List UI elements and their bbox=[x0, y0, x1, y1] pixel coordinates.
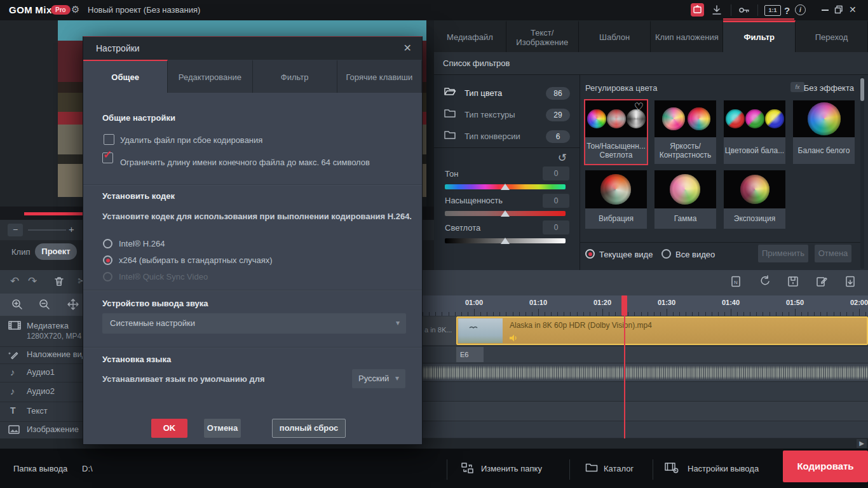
zoom-slider[interactable] bbox=[28, 229, 66, 231]
full-reset-button[interactable]: полный сброс bbox=[272, 419, 346, 438]
x264-radio[interactable] bbox=[103, 255, 112, 265]
download-icon[interactable] bbox=[710, 4, 723, 17]
filter-card-vibrance[interactable]: Вибрация bbox=[585, 170, 647, 229]
export-icon[interactable] bbox=[844, 275, 857, 290]
audio-output-dropdown[interactable]: Системные настройки ▾ bbox=[102, 313, 406, 334]
scope-current-label[interactable]: Текущее виде bbox=[599, 250, 653, 259]
no-effect-label[interactable]: Без эффекта bbox=[804, 83, 854, 93]
clip-mode-label[interactable]: Клип bbox=[11, 247, 30, 257]
redo-icon[interactable]: ↷ bbox=[28, 274, 37, 288]
tab-overlay-clip[interactable]: Клип наложения bbox=[651, 20, 723, 52]
track-header-media[interactable]: Медиатека 1280X720, MP4 bbox=[0, 316, 92, 347]
scale-1-1-icon[interactable]: 1:1 bbox=[764, 5, 781, 16]
minimize-icon[interactable] bbox=[822, 10, 829, 11]
move-icon[interactable] bbox=[67, 298, 79, 313]
output-settings-icon[interactable] bbox=[665, 461, 680, 476]
chevron-down-icon: ▾ bbox=[396, 318, 400, 327]
filter-card-gamma[interactable]: Гамма bbox=[654, 170, 716, 229]
info-icon[interactable]: i bbox=[795, 4, 806, 15]
help-icon[interactable]: ? bbox=[784, 5, 790, 16]
overlay-clip-e6[interactable]: E6 bbox=[456, 347, 484, 362]
gom-app-icon[interactable] bbox=[691, 3, 704, 17]
key-icon[interactable] bbox=[738, 4, 750, 17]
category-conversion-type[interactable]: Тип конверсии 6 bbox=[434, 127, 580, 149]
filter-card-brightness[interactable]: Яркость/Контрастность bbox=[654, 100, 716, 164]
dialog-tab-hotkeys[interactable]: Горячие клавиши bbox=[337, 60, 422, 93]
filter-card-white-balance[interactable]: Баланс белого bbox=[793, 100, 855, 164]
new-project-icon[interactable]: N bbox=[729, 275, 742, 290]
project-mode-pill[interactable]: Проект bbox=[35, 243, 77, 260]
tab-template[interactable]: Шаблон bbox=[579, 20, 651, 52]
reset-sliders-icon[interactable]: ↺ bbox=[558, 151, 567, 165]
zoom-plus-button[interactable]: + bbox=[69, 224, 74, 234]
tab-text-image[interactable]: Текст/ Изображение bbox=[506, 20, 579, 52]
track-header-text[interactable]: T Текст bbox=[0, 402, 92, 422]
settings-gear-icon[interactable]: ⚙ bbox=[71, 4, 79, 15]
dialog-tab-filter[interactable]: Фильтр bbox=[253, 60, 337, 93]
delete-on-fail-label[interactable]: Удалить файл при сбое кодирования bbox=[120, 135, 262, 145]
close-icon[interactable]: ✕ bbox=[849, 4, 857, 15]
edit-project-icon[interactable] bbox=[815, 275, 828, 290]
favorite-heart-icon[interactable]: ♡ bbox=[634, 100, 644, 114]
music-note-icon: ♪ bbox=[10, 386, 15, 396]
x264-label[interactable]: x264 (выбирать в стандартных случаях) bbox=[119, 255, 273, 265]
change-folder-label[interactable]: Изменить папку bbox=[481, 464, 542, 473]
divider bbox=[653, 459, 653, 480]
delete-on-fail-checkbox[interactable] bbox=[104, 134, 114, 145]
scroll-right-arrow[interactable]: ▶ bbox=[857, 439, 867, 448]
lightness-slider-handle[interactable] bbox=[501, 238, 510, 244]
track-header-audio2[interactable]: ♪ Аудио2 bbox=[0, 382, 92, 402]
playhead-line[interactable] bbox=[624, 295, 625, 438]
tab-filter[interactable]: Фильтр bbox=[723, 20, 796, 52]
dialog-tab-general[interactable]: Общее bbox=[83, 60, 168, 93]
catalog-folder-icon[interactable] bbox=[585, 463, 598, 475]
tab-transition[interactable]: Переход bbox=[796, 20, 868, 52]
output-settings-label[interactable]: Настройки вывода bbox=[688, 464, 759, 473]
zoom-out-icon[interactable] bbox=[38, 298, 51, 313]
trash-icon[interactable] bbox=[53, 276, 65, 290]
restore-icon[interactable] bbox=[834, 5, 843, 17]
saturation-slider-handle[interactable] bbox=[501, 210, 510, 217]
scope-all-label[interactable]: Все видео bbox=[675, 250, 715, 259]
catalog-label[interactable]: Каталог bbox=[604, 464, 634, 473]
category-texture-type[interactable]: Тип текстуры 29 bbox=[434, 105, 580, 127]
dialog-close-icon[interactable]: ✕ bbox=[403, 42, 412, 54]
tab-mediafile[interactable]: Медиафайл bbox=[434, 20, 506, 52]
ruler-tick: 01:40 bbox=[722, 299, 740, 306]
filter-thumbnail bbox=[793, 100, 855, 137]
scope-all-radio[interactable] bbox=[661, 249, 671, 259]
scope-current-radio[interactable] bbox=[585, 249, 595, 259]
category-color-type[interactable]: Тип цвета 86 bbox=[434, 84, 580, 105]
limit-filename-checkbox[interactable]: ✓ bbox=[102, 152, 113, 163]
selected-video-clip[interactable]: Alaska in 8K 60p HDR (Dolby Vision).mp4 bbox=[456, 316, 868, 345]
zoom-in-icon[interactable] bbox=[11, 298, 24, 313]
hue-slider-handle[interactable] bbox=[501, 184, 510, 190]
save-icon[interactable] bbox=[787, 275, 799, 290]
dialog-tab-editing[interactable]: Редактирование bbox=[168, 60, 252, 93]
scrollbar-thumb[interactable] bbox=[860, 78, 864, 101]
track-header-audio1[interactable]: ♪ Аудио1 bbox=[0, 363, 92, 383]
track-header-image[interactable]: Изображение bbox=[0, 421, 92, 439]
panel-scrollbar[interactable] bbox=[860, 76, 864, 269]
filter-cancel-button[interactable]: Отмена bbox=[815, 245, 851, 262]
ok-button[interactable]: OK bbox=[151, 419, 187, 438]
cancel-button[interactable]: Отмена bbox=[204, 419, 241, 438]
apply-button[interactable]: Применить bbox=[758, 245, 808, 262]
filter-card-hue-sat[interactable]: ♡ Тон/Насыщенн...Светлота bbox=[585, 100, 647, 164]
dialog-header[interactable]: Настройки ✕ bbox=[83, 37, 422, 60]
change-folder-icon[interactable] bbox=[461, 462, 475, 477]
load-project-icon[interactable] bbox=[758, 275, 771, 290]
filter-card-color-balance[interactable]: Цветовой бала... bbox=[724, 100, 785, 164]
undo-icon[interactable]: ↶ bbox=[10, 274, 19, 288]
encode-button[interactable]: Кодировать bbox=[783, 451, 868, 482]
track-header-overlay[interactable]: Наложение видео bbox=[0, 346, 92, 364]
filter-card-exposure[interactable]: Экспозиция bbox=[724, 170, 785, 229]
ruler-tick: 01:20 bbox=[593, 299, 611, 306]
zoom-minus-button[interactable]: − bbox=[8, 224, 23, 236]
limit-filename-label[interactable]: Ограничить длину имени конечного файла д… bbox=[120, 158, 370, 167]
language-dropdown[interactable]: Русский ▾ bbox=[352, 369, 405, 388]
fx-icon: fx bbox=[790, 82, 804, 92]
filter-label: Тон/Насыщенн...Светлота bbox=[585, 137, 647, 164]
intel-h264-radio[interactable] bbox=[103, 239, 112, 248]
intel-h264-label[interactable]: Intel® H.264 bbox=[119, 239, 165, 248]
